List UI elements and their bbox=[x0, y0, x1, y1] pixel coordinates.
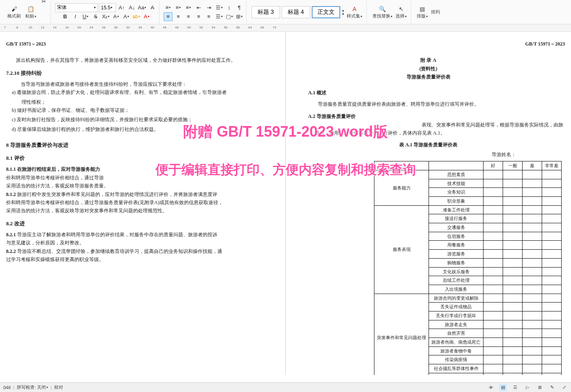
style-scroll[interactable]: ▴▾ bbox=[341, 9, 345, 16]
shading-button[interactable]: ▢▾ bbox=[225, 12, 234, 21]
line-spacing-button[interactable]: ☰▾ bbox=[214, 12, 223, 21]
show-marks-button[interactable]: ¶ bbox=[235, 3, 244, 12]
highlight-button[interactable]: ab▾ bbox=[132, 12, 141, 21]
select-button[interactable]: ↖选择▾ bbox=[394, 4, 408, 20]
intro-para: 派出机构报告，并在其指导下，将旅游者妥善转移至安全区域，全力做好群体性事件的应对… bbox=[6, 56, 279, 64]
justify-button[interactable]: ≡ bbox=[194, 12, 203, 21]
text-effects-button[interactable]: A▾ bbox=[122, 12, 131, 21]
underline-button[interactable]: U▾ bbox=[81, 12, 90, 21]
section-a2: A.2 导游服务质量评价 bbox=[308, 112, 565, 120]
cursor-icon: ↖ bbox=[397, 5, 405, 13]
list-item: c) 及时向旅行社报告，反映接待纠纷的详细情况，并按旅行社要求采取必要的措施； bbox=[6, 115, 279, 124]
change-case-button[interactable]: Aa▾ bbox=[138, 3, 147, 12]
decrease-indent-button[interactable]: ⇤ bbox=[194, 3, 203, 12]
font-family-select[interactable]: 宋体▾ bbox=[55, 3, 98, 12]
arrange-icon: ▤ bbox=[418, 5, 427, 13]
list-item-cont: 理性维权； bbox=[6, 98, 279, 106]
style-body[interactable]: 正文文 bbox=[312, 6, 340, 18]
arrange-button[interactable]: ▤排版▾ bbox=[415, 4, 429, 20]
para-822a: 8.2.2 导游应不断总结、交流带团经验，参加继续教育培训学习，提高自己的业务知… bbox=[6, 247, 279, 255]
styles-group: 标题 3 标题 4 正文文 ▴▾ A样式集▾ bbox=[248, 1, 367, 24]
page-left[interactable]: GB/T 15971－2023 派出机构报告，并在其指导下，将旅游者妥善转移至安… bbox=[0, 32, 285, 375]
find-replace-button[interactable]: 🔍查找替换▾ bbox=[371, 4, 394, 20]
char-scale-button[interactable]: ☰▾ bbox=[214, 3, 223, 12]
format-painter-button[interactable]: 🖌格式刷 bbox=[6, 4, 22, 20]
para-812c: 采用适当的统计方法，客观反映导游对突发事件和常见问题的处理规范性。 bbox=[6, 207, 279, 215]
section-8: 8 导游服务质量评价与改进 bbox=[6, 141, 279, 150]
page-header-left: GB/T 15971－2023 bbox=[6, 40, 279, 48]
read-mode-icon[interactable]: ▷ bbox=[524, 384, 531, 391]
statusbar: 048 | 拼写检查: 关闭 ▾ | 校对 👁 ▤ ☰ ▷ ⊞ ✎ ⤢ bbox=[0, 382, 571, 392]
strike-button[interactable]: S̶ bbox=[91, 12, 100, 21]
list-item: d) 尽量保障后续旅游行程的执行，维护旅游者和旅行社的合法权益。 bbox=[6, 125, 279, 133]
clipboard-icon: 📋 bbox=[27, 5, 35, 13]
para-811b: 价和聘用导游单位考核评价相结合，通过导游 bbox=[6, 174, 279, 182]
char-border-button[interactable]: A▾ bbox=[112, 12, 120, 21]
section-8-2: 8.2 改进 bbox=[6, 219, 279, 228]
draft-icon[interactable]: ✎ bbox=[548, 384, 556, 391]
font-color-button[interactable]: A▾ bbox=[142, 12, 151, 21]
arrange2-button[interactable]: 排列 bbox=[429, 8, 442, 16]
align-center-button[interactable]: ≡ bbox=[174, 12, 183, 21]
proofing-status[interactable]: 校对 bbox=[54, 384, 63, 390]
list-item: b) 做好书面记录，保存书证、物证、电子数据等证据； bbox=[6, 106, 279, 114]
name-label: 导游姓名： bbox=[292, 150, 565, 159]
editing-group: 🔍查找替换▾ ↖选择▾ bbox=[368, 1, 411, 24]
view-controls: 👁 ▤ ☰ ▷ ⊞ ✎ ⤢ bbox=[487, 384, 568, 391]
bold-button[interactable]: B bbox=[61, 12, 70, 21]
increase-indent-button[interactable]: ⇥ bbox=[204, 3, 213, 12]
s7210-lead: 当导游与旅游者或旅游者与接待者发生接待纠纷时，导游应按以下要求处理： bbox=[6, 80, 279, 88]
para-811: 8.1.1 在旅游行程结束后，应对导游服务能力 bbox=[6, 165, 279, 173]
page-number[interactable]: 048 bbox=[3, 385, 11, 390]
search-icon: 🔍 bbox=[378, 5, 387, 13]
subscript-button[interactable]: X₂▾ bbox=[101, 12, 110, 21]
para-811c: 采用适当的统计方法，客观反映导游服务质量。 bbox=[6, 182, 279, 190]
cut-button[interactable]: ✂ bbox=[39, 0, 48, 6]
page-right[interactable]: GB/T 15971－2023 附 录 A (资料性) 导游服务质量评价表 A.… bbox=[286, 32, 571, 375]
sort-button[interactable]: ↕ bbox=[225, 3, 234, 12]
paragraph-group: ≡▾ ≡▾ ≡▾ ⇤ ⇥ ☰▾ ↕ ¶ ≡ ≡ ≡ ≡ ≡ ☰▾ ▢▾ ⊞▾ bbox=[161, 1, 247, 24]
align-left-button[interactable]: ≡ bbox=[164, 12, 173, 21]
style-heading4[interactable]: 标题 4 bbox=[282, 6, 310, 18]
document-content: GB/T 15971－2023 派出机构报告，并在其指导下，将旅游者妥善转移至安… bbox=[0, 32, 571, 375]
a1-body: 导游服务质量宜提供质量评价表由旅游者、聘用导游单位进行填写并评价。 bbox=[308, 100, 565, 108]
multilevel-button[interactable]: ≡▾ bbox=[184, 3, 193, 12]
section-8-1: 8.1 评价 bbox=[6, 154, 279, 163]
clipboard-group: 🖌格式刷 📋粘贴▾ ✂ bbox=[3, 1, 51, 24]
increase-font-button[interactable]: A↑ bbox=[117, 3, 126, 12]
decrease-font-button[interactable]: A↓ bbox=[127, 3, 136, 12]
a2-body-b: 游者、聘用导游单位等对导游进行评价，具体内容见表 A.1。 bbox=[315, 129, 565, 137]
table-caption: 表 A.1 导游服务质量评价表 bbox=[292, 141, 565, 149]
informative-label: (资料性) bbox=[292, 65, 565, 73]
print-layout-icon[interactable]: ▤ bbox=[499, 384, 507, 391]
web-layout-icon[interactable]: ⊞ bbox=[536, 384, 543, 391]
paste-button[interactable]: 📋粘贴▾ bbox=[24, 4, 38, 20]
spell-check-status[interactable]: 拼写检查: 关闭 bbox=[17, 384, 46, 390]
section-7-2-10: 7.2.10 接待纠纷 bbox=[6, 69, 279, 78]
outline-icon[interactable]: ☰ bbox=[512, 384, 519, 391]
distribute-button[interactable]: ≡ bbox=[204, 12, 213, 21]
numbering-button[interactable]: ≡▾ bbox=[174, 3, 183, 12]
ruler[interactable]: 7810121418202428303234404448505254565864… bbox=[0, 24, 571, 32]
font-group: 宋体▾ 15.5▾ A↑ A↓ Aa▾ A̶ B I U▾ S̶ X₂▾ A▾ … bbox=[53, 1, 160, 24]
para-821b: 与意见建议，分析原因，及时整改。 bbox=[6, 239, 279, 247]
align-right-button[interactable]: ≡ bbox=[184, 12, 193, 21]
brush-icon: 🖌 bbox=[10, 5, 18, 13]
toolbar: 🖌格式刷 📋粘贴▾ ✂ 宋体▾ 15.5▾ A↑ A↓ Aa▾ A̶ B I U… bbox=[0, 0, 571, 24]
style-heading3[interactable]: 标题 3 bbox=[252, 6, 280, 18]
list-item: a) 遵循旅游合同，防止矛盾扩大化，处理问题讲求有理、有利、有节，稳定旅游者情绪… bbox=[6, 88, 279, 96]
eye-icon[interactable]: 👁 bbox=[487, 384, 494, 391]
expand-icon[interactable]: ⤢ bbox=[560, 384, 568, 391]
borders-button[interactable]: ⊞▾ bbox=[235, 12, 244, 21]
arrange-group: ▤排版▾ 排列 bbox=[413, 1, 444, 24]
para-812b: 价和聘用导游单位考核评价相结合，通过导游服务质量评价表(见附录A)或其他有效的信… bbox=[6, 198, 279, 207]
para-821a: 8.2.1 导游应主动了解旅游者和聘用导游单位的评价结果，对服务中存在的质量问题… bbox=[6, 231, 279, 239]
font-size-select[interactable]: 15.5▾ bbox=[99, 3, 116, 12]
italic-button[interactable]: I bbox=[71, 12, 80, 21]
clear-format-button[interactable]: A̶ bbox=[148, 3, 157, 12]
para-812a: 8.1.2 旅游行程中发生突发事件和常见问题的，应对导游的处理情况进行评价，并将… bbox=[6, 190, 279, 198]
evaluation-table: 好一般差非常差服务能力思想素质技术技能业务知识职业形象服务表现准备工作处理接送行… bbox=[374, 161, 562, 375]
bullets-button[interactable]: ≡▾ bbox=[164, 3, 173, 12]
style-set-button[interactable]: A样式集▾ bbox=[345, 4, 364, 20]
para-822b: 过学习考核和实操锻炼获得更高的职业等级。 bbox=[6, 255, 279, 264]
